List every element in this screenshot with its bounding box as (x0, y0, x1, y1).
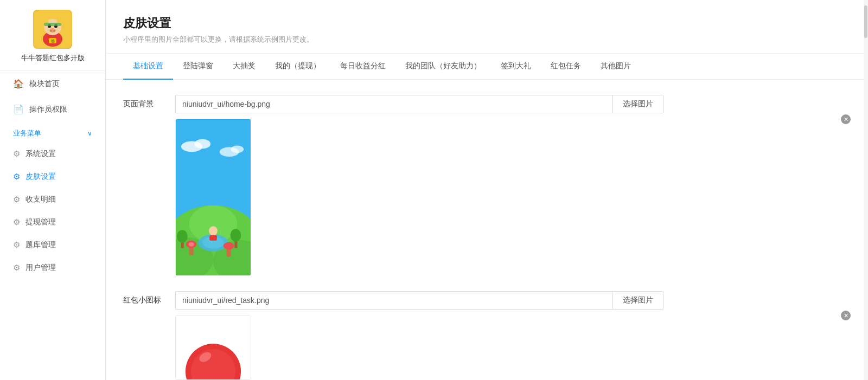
questions-icon: ⚙ (13, 240, 20, 250)
svg-point-32 (231, 229, 241, 242)
sidebar-item-withdraw[interactable]: ⚙ 提现管理 (0, 211, 105, 234)
svg-point-9 (54, 30, 55, 32)
tab-lottery[interactable]: 大抽奖 (223, 54, 265, 80)
svg-text:答: 答 (51, 39, 55, 43)
field-row-bg: 页面背景 选择图片 (123, 95, 846, 276)
redicon-image-preview (175, 315, 251, 380)
tabs-bar: 基础设置 登陆弹窗 大抽奖 我的（提现） 每日收益分红 我的团队（好友助力） 签… (106, 54, 864, 80)
sidebar-item-users[interactable]: ⚙ 用户管理 (0, 256, 105, 279)
tab-redpacket[interactable]: 红包任务 (541, 54, 591, 80)
menu-skin-label: 皮肤设置 (25, 172, 56, 182)
field-label-bg: 页面背景 (123, 95, 167, 109)
input-row-bg: 选择图片 (175, 95, 663, 113)
tab-login[interactable]: 登陆弹窗 (173, 54, 223, 80)
bg-preview-container: ✕ (175, 119, 846, 276)
redicon-path-input[interactable] (176, 292, 612, 308)
svg-point-28 (224, 242, 234, 250)
main-content: 皮肤设置 小程序里的图片全部都可以更换，请根据系统示例图片更改。 基础设置 登陆… (106, 0, 864, 380)
sidebar-item-system[interactable]: ⚙ 系统设置 (0, 143, 105, 165)
field-content-bg: 选择图片 (175, 95, 846, 276)
svg-point-7 (49, 28, 56, 33)
skin-gear-icon: ⚙ (13, 172, 20, 182)
menu-withdraw-label: 提现管理 (25, 217, 56, 227)
sidebar-item-skin[interactable]: ⚙ 皮肤设置 (0, 165, 105, 188)
svg-point-26 (189, 242, 194, 247)
logo-area: 答 牛牛答题红包多开版 (0, 0, 105, 71)
app-logo-icon: 答 (33, 10, 72, 49)
bg-image-preview (175, 119, 251, 276)
menu-users-label: 用户管理 (25, 263, 56, 273)
withdraw-icon: ⚙ (13, 217, 20, 227)
content-area: 页面背景 选择图片 (106, 80, 864, 380)
field-content-redicon: 选择图片 ✕ (175, 291, 846, 380)
chevron-down-icon: ∨ (87, 130, 92, 137)
doc-icon: 📄 (13, 104, 24, 114)
tab-basic[interactable]: 基础设置 (123, 54, 173, 80)
sidebar-item-finance[interactable]: ⚙ 收支明细 (0, 188, 105, 211)
redicon-preview-container: ✕ (175, 315, 846, 380)
sidebar-home-label: 模块首页 (29, 79, 60, 89)
page-subtitle: 小程序里的图片全部都可以更换，请根据系统示例图片更改。 (123, 35, 846, 44)
sidebar: 答 牛牛答题红包多开版 🏠 模块首页 📄 操作员权限 业务菜单 ∨ ⚙ 系统设置… (0, 0, 106, 380)
app-name: 牛牛答题红包多开版 (21, 53, 85, 63)
tab-sign[interactable]: 签到大礼 (491, 54, 541, 80)
business-menu-section[interactable]: 业务菜单 ∨ (0, 122, 105, 143)
sidebar-item-questions[interactable]: ⚙ 题库管理 (0, 234, 105, 256)
svg-point-33 (209, 226, 218, 236)
page-header: 皮肤设置 小程序里的图片全部都可以更换，请根据系统示例图片更改。 (106, 0, 864, 54)
tab-team[interactable]: 我的团队（好友助力） (395, 54, 491, 80)
redicon-close-btn[interactable]: ✕ (841, 311, 851, 320)
users-icon: ⚙ (13, 263, 20, 273)
redicon-select-btn[interactable]: 选择图片 (612, 292, 663, 309)
svg-point-17 (231, 145, 244, 153)
svg-rect-34 (209, 235, 217, 241)
svg-point-15 (195, 139, 211, 149)
field-row-redicon: 红包小图标 选择图片 (123, 291, 846, 380)
svg-point-30 (177, 230, 188, 243)
scrollbar-track (864, 0, 868, 380)
input-row-redicon: 选择图片 (175, 291, 663, 310)
menu-questions-label: 题库管理 (25, 240, 56, 250)
page-title: 皮肤设置 (123, 15, 846, 31)
scrollbar-thumb[interactable] (864, 5, 867, 38)
finance-icon: ⚙ (13, 195, 20, 204)
bg-path-input[interactable] (176, 96, 612, 112)
section-label: 业务菜单 (13, 128, 41, 138)
sidebar-permissions-label: 操作员权限 (29, 105, 67, 114)
sidebar-item-permissions[interactable]: 📄 操作员权限 (0, 96, 105, 122)
home-icon: 🏠 (13, 79, 24, 89)
field-label-redicon: 红包小图标 (123, 291, 167, 305)
svg-point-8 (50, 30, 52, 32)
sidebar-item-home[interactable]: 🏠 模块首页 (0, 71, 105, 96)
tab-daily[interactable]: 每日收益分红 (330, 54, 395, 80)
bg-select-btn[interactable]: 选择图片 (612, 95, 663, 113)
tab-mine[interactable]: 我的（提现） (265, 54, 330, 80)
menu-finance-label: 收支明细 (25, 195, 56, 204)
bg-close-btn[interactable]: ✕ (841, 114, 851, 124)
gear-icon: ⚙ (13, 149, 20, 159)
tab-other[interactable]: 其他图片 (591, 54, 641, 80)
menu-system-label: 系统设置 (25, 149, 56, 159)
svg-rect-12 (44, 23, 61, 26)
landscape-scene (176, 119, 251, 275)
